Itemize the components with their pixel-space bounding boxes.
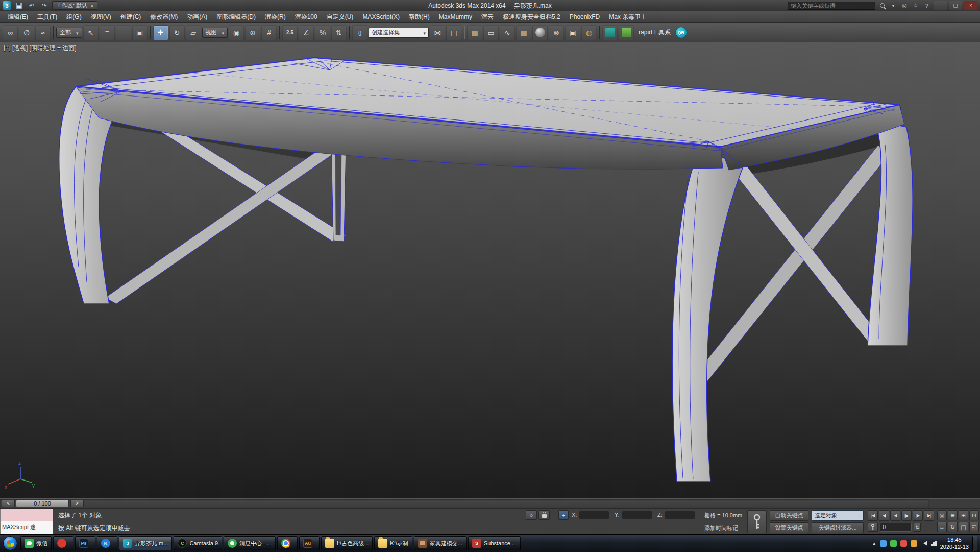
menu-customize[interactable]: 自定义(U) [322, 11, 358, 22]
snaps-toggle-2-5[interactable] [282, 25, 298, 40]
show-desktop-button[interactable] [972, 536, 977, 551]
menu-create[interactable]: 创建(C) [116, 11, 146, 22]
tray-app-icon-red[interactable] [900, 540, 907, 547]
taskbar-item-red-app[interactable] [53, 536, 74, 550]
search-options-chevron-icon[interactable] [889, 1, 898, 10]
set-key-toggle[interactable]: 设置关键点 [770, 522, 808, 533]
zoom-region-button[interactable] [969, 510, 979, 520]
minimize-button[interactable] [934, 1, 947, 10]
next-frame-step-button[interactable] [913, 510, 923, 521]
window-crossing-toggle[interactable] [132, 25, 148, 40]
time-slider-handle[interactable]: 0 / 100 [16, 500, 69, 507]
bind-to-spacewarp-button[interactable] [35, 25, 51, 40]
play-animation-button[interactable] [901, 510, 912, 521]
taskbar-item-wechat[interactable]: 微信 [20, 536, 52, 550]
menu-graph-editors[interactable]: 图形编辑器(D) [212, 11, 260, 22]
menu-tools[interactable]: 工具(T) [33, 11, 62, 22]
start-button[interactable] [3, 536, 17, 550]
menu-render100[interactable]: 渲染100 [290, 11, 322, 22]
percent-snap-toggle[interactable] [315, 25, 330, 40]
render-setup-button[interactable] [549, 25, 564, 40]
orbit-view-button[interactable] [948, 522, 958, 532]
edit-named-selection-sets-button[interactable] [352, 25, 368, 40]
taskbar-item-photoshop[interactable]: Ps [75, 536, 95, 550]
z-coordinate-field[interactable] [665, 511, 695, 519]
tray-app-icon-green[interactable] [890, 540, 897, 547]
taskbar-item-3dsmax[interactable]: 3 异形茶几.m... [119, 536, 172, 550]
spinner-snap-toggle[interactable] [331, 25, 347, 40]
taskbar-item-folder-antique[interactable]: I:\古色高级... [321, 536, 373, 550]
keyboard-override-toggle[interactable] [261, 25, 277, 40]
schematic-view-button[interactable] [516, 25, 531, 40]
add-time-tag[interactable]: 添加时间标记 [704, 524, 738, 532]
select-and-rotate-button[interactable] [169, 25, 185, 40]
y-coordinate-field[interactable] [622, 511, 652, 519]
menu-slim-archive[interactable]: 极速瘦身安全归档5.2 [498, 11, 565, 22]
layer-manager-button[interactable] [467, 25, 482, 40]
close-button[interactable] [964, 1, 977, 10]
isolate-selection-toggle[interactable] [526, 510, 537, 520]
mirror-button[interactable] [430, 25, 445, 40]
select-by-name-button[interactable] [100, 25, 115, 40]
maxscript-macro-recorder[interactable] [0, 509, 53, 521]
volume-icon[interactable] [921, 541, 927, 546]
taskbar-item-substance[interactable]: S Substance ... [468, 536, 521, 550]
plugin-button-teal[interactable] [602, 25, 618, 40]
select-and-move-button[interactable] [153, 25, 168, 40]
align-button[interactable] [446, 25, 461, 40]
search-icon[interactable] [877, 1, 887, 10]
qr-plugin-button[interactable]: QR [675, 27, 687, 38]
select-and-scale-button[interactable] [186, 25, 201, 40]
app-menu-button[interactable] [3, 1, 11, 10]
taskbar-item-furniture-model[interactable]: 家具建模交... [414, 536, 467, 550]
menu-antivirus-guard[interactable]: Max 杀毒卫士 [604, 11, 651, 22]
absolute-mode-toggle[interactable] [558, 510, 569, 520]
maximize-button[interactable] [949, 1, 962, 10]
x-coordinate-field[interactable] [579, 511, 609, 519]
named-selection-sets-combo[interactable]: 创建选择集 [369, 28, 429, 38]
plugin-button-green[interactable] [619, 25, 634, 40]
use-pivot-center-button[interactable] [229, 25, 244, 40]
taskbar-item-k-app[interactable]: K [97, 536, 117, 550]
workspace-dropdown[interactable]: 工作区: 默认 [52, 1, 97, 10]
tray-app-icon-orange[interactable] [911, 540, 917, 547]
render-production-button[interactable] [581, 25, 597, 40]
menu-views[interactable]: 视图(V) [86, 11, 116, 22]
tray-expand-icon[interactable] [872, 541, 876, 546]
zoom-all-button[interactable] [948, 510, 958, 520]
table-model[interactable] [59, 57, 913, 482]
select-object-button[interactable] [83, 25, 99, 40]
redo-button[interactable] [39, 1, 50, 10]
unlink-selection-button[interactable] [19, 25, 34, 40]
taskbar-item-folder-record[interactable]: K:\录制 [374, 536, 412, 550]
menu-maxscript[interactable]: MAXScript(X) [358, 11, 404, 22]
taskbar-item-chrome[interactable] [277, 536, 298, 550]
frame-spinner[interactable] [914, 523, 921, 532]
time-slider-track[interactable] [0, 499, 929, 508]
save-button[interactable] [14, 1, 24, 10]
lock-selection-toggle[interactable] [538, 510, 550, 520]
menu-maxmummy[interactable]: MaxMummy [434, 11, 477, 22]
network-icon[interactable] [931, 541, 937, 546]
selection-filter-dropdown[interactable]: 全部 [56, 28, 82, 38]
menu-modifiers[interactable]: 修改器(M) [145, 11, 182, 22]
viewport-shading-menu[interactable]: [明暗处理 + 边面] [29, 44, 76, 53]
zoom-extents-button[interactable] [959, 510, 968, 520]
favorites-icon[interactable] [911, 1, 920, 10]
selection-region-button[interactable] [116, 25, 131, 40]
taskbar-clock[interactable]: 18:45 2020-12-13 [940, 536, 969, 551]
previous-key-button[interactable] [879, 510, 889, 521]
key-filters-button[interactable]: 关键点过滤器... [812, 522, 864, 533]
material-editor-button[interactable] [532, 25, 548, 40]
current-frame-field[interactable]: 0 [880, 523, 912, 532]
menu-phoenixfd[interactable]: PhoenixFD [565, 11, 604, 22]
menu-help[interactable]: 帮助(H) [404, 11, 434, 22]
maximize-viewport-toggle[interactable] [969, 522, 979, 532]
angle-snap-toggle[interactable] [299, 25, 314, 40]
communication-center-icon[interactable] [900, 1, 909, 10]
previous-frame-step-button[interactable] [890, 510, 900, 521]
help-button[interactable]: ? [922, 1, 932, 10]
tray-app-icon-blue[interactable] [880, 540, 887, 547]
go-to-end-button[interactable] [924, 510, 934, 521]
menu-render-cloud[interactable]: 渲云 [477, 11, 498, 22]
